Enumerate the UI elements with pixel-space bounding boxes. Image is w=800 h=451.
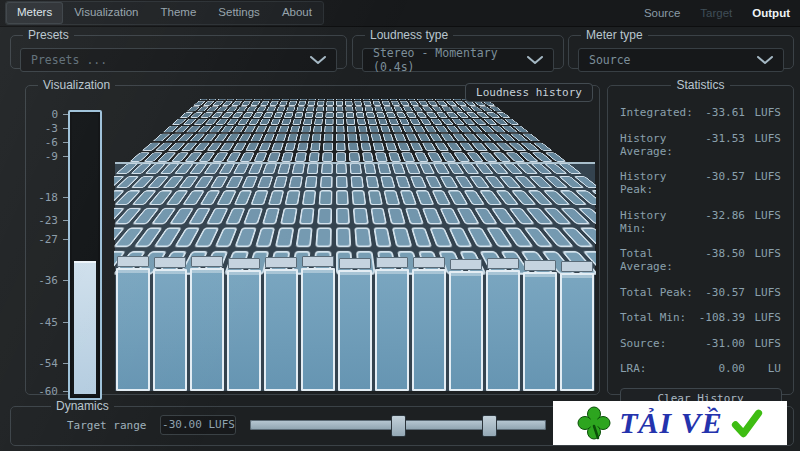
waterfall-cell [335,163,346,174]
waterfall-cell [266,106,276,111]
visualization-panel: Visualization Loudness history 0-3-6-9-1… [25,78,600,395]
stat-value: -30.57 [693,170,745,196]
waterfall-cell [394,134,406,141]
waterfall-cell [274,134,286,141]
target-range-label: Target range [67,419,146,432]
waterfall-cell [419,119,431,125]
waterfall-cell [315,112,324,117]
waterfall-cell [366,112,375,117]
history-bar-cap [228,258,260,269]
waterfall-cell [303,119,313,125]
scale-tick: -3 [32,122,68,135]
history-bar-body [264,269,298,391]
scale-tick: -18 [32,191,68,204]
stat-row: Total Min:-108.39LUFS [620,311,781,324]
chevron-down-icon [527,56,543,64]
waterfall-row [114,163,584,176]
waterfall-cell [266,126,278,133]
waterfall-cell [259,101,269,106]
waterfall-cell [326,101,333,106]
waterfall-row [114,175,596,189]
waterfall-cell [421,207,442,224]
waterfall-cell [409,142,423,150]
waterfall-cell [363,101,371,106]
history-bar-body [116,268,150,391]
loudness-type-dropdown[interactable]: Stereo - Momentary (0.4s) [362,48,554,72]
waterfall-cell [294,152,306,161]
menu-tab-theme[interactable]: Theme [150,2,208,24]
waterfall-cell [286,106,295,111]
statistics-rows: Integrated:-33.61LUFSHistory Average:-31… [608,106,793,375]
waterfall-cell [322,142,332,150]
waterfall-cell [390,101,399,106]
menu-tab-visualization[interactable]: Visualization [63,2,149,24]
dynamics-title: Dynamics [51,399,114,413]
history-bar-body [227,270,261,391]
history-bar-body [301,268,335,391]
waterfall-cell [324,126,333,133]
slider-handle-high[interactable] [482,415,497,437]
stat-row: History Average:-31.53LUFS [620,132,781,158]
waterfall-cell [324,119,333,125]
checkmark-icon [731,407,763,439]
waterfall-cell [278,126,289,133]
stat-row: Total Average:-38.50LUFS [620,247,781,273]
waterfall-cell [259,119,270,125]
stat-row: History Min:-32.86LUFS [620,209,781,235]
waterfall-cell [375,152,388,161]
history-bar-body [523,272,557,392]
waterfall-cell [373,227,392,247]
waterfall-cell [348,142,359,150]
waterfall-cell [387,207,405,224]
waterfall-cell [301,126,311,133]
waterfall-cell [412,106,423,111]
waterfall-cell [363,163,376,174]
waterfall-cell [272,176,287,188]
stat-value: -38.50 [693,247,745,273]
menu-tab-about[interactable]: About [271,2,323,24]
watermark-text: TẢI VỀ [619,408,723,438]
loudness-history-chip[interactable]: Loudness history [465,83,593,102]
waterfall-cell [391,227,411,247]
loudness-history-3d [114,99,596,397]
target-range-slider[interactable] [250,415,546,435]
history-bar-cap [191,256,223,267]
waterfall-cell [393,106,403,111]
history-bar-cap [487,258,519,269]
history-bar-cap [561,261,593,272]
waterfall-cell [243,207,263,224]
history-waterfall [116,99,594,277]
waterfall-cell [346,126,355,133]
waterfall-cell [370,134,381,141]
waterfall-cell [273,112,283,117]
menu-tab-settings[interactable]: Settings [207,2,271,24]
presets-value: Presets ... [31,53,107,67]
waterfall-cell [369,126,379,133]
scale-tick: -36 [32,274,68,287]
waterfall-cell [417,134,430,141]
waterfall-cell [335,106,343,111]
waterfall-cell [335,176,347,188]
waterfall-cell [404,207,423,224]
meter-type-dropdown[interactable]: Source [578,48,784,72]
menu-item-source[interactable]: Source [644,7,680,19]
history-bar [338,252,372,391]
waterfall-cell [234,227,256,247]
waterfall-cell [280,207,297,224]
waterfall-cell [345,101,353,106]
slider-handle-low[interactable] [391,415,406,437]
stat-row: Total Peak:-30.57LUFS [620,286,781,299]
meter-type-value: Source [589,53,631,67]
presets-dropdown[interactable]: Presets ... [20,48,337,72]
menu-item-target[interactable]: Target [700,7,732,19]
menu-tab-meters[interactable]: Meters [6,2,63,24]
menu-item-output[interactable]: Output [752,7,790,19]
stat-value: -108.39 [693,311,745,324]
menu-right-group: SourceTargetOutput [644,7,790,19]
waterfall-cell [245,142,259,150]
waterfall-cell [351,191,365,205]
target-range-low-value[interactable]: -30.00 LUFS [160,415,236,435]
waterfall-cell [349,163,361,174]
presets-panel: Presets Presets ... [10,28,347,69]
stat-unit: LUFS [745,209,781,235]
